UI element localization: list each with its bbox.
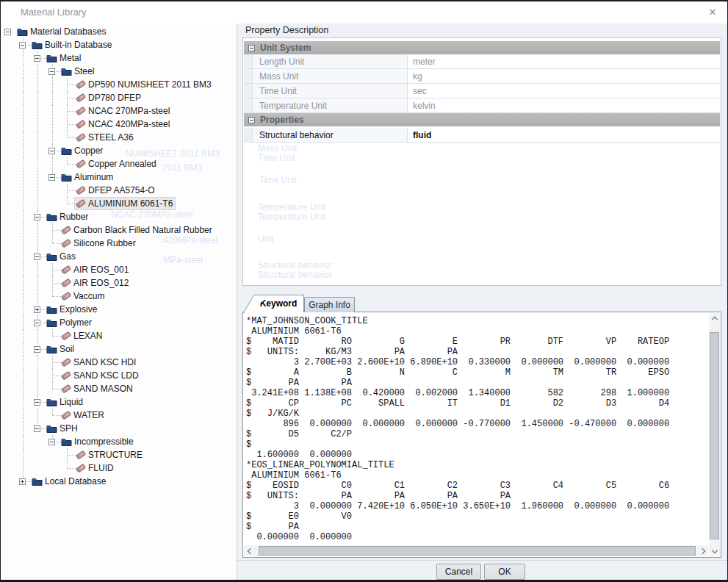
collapse-minus-icon[interactable] [48,439,55,445]
tree-node[interactable]: ALUMINIUM 6061-T6 [74,197,176,210]
tree-item-sand-ksc-ldd[interactable]: SAND KSC LDD [1,369,237,382]
tree-item-lexan[interactable]: LEXAN [1,329,237,342]
tree-node[interactable]: Explosive [45,303,100,316]
tree-item-structure[interactable]: STRUCTURE [1,448,237,461]
tree-item-polymer[interactable]: Polymer [1,316,237,329]
tree-item-rubber[interactable]: Rubber [1,210,237,223]
property-value[interactable]: meter [408,54,720,69]
tree-item-silicone-rubber[interactable]: Silicone Rubber [1,237,237,250]
expand-plus-icon[interactable] [19,478,26,485]
horizontal-scrollbar[interactable] [244,545,708,556]
tree-node[interactable]: AIR EOS_012 [60,276,131,290]
cancel-button[interactable]: Cancel [436,564,481,580]
property-row-structural-behavior[interactable]: Structural behaviorfluid [244,128,720,143]
property-value[interactable]: sec [408,84,720,98]
material-tree[interactable]: Material DatabasesBuilt-in DatabaseMetal… [1,24,237,580]
tree-node[interactable]: SPH [45,422,81,435]
tree-item-explosive[interactable]: Explosive [1,303,237,316]
tree-item-sand-mason[interactable]: SAND MASON [1,382,237,395]
property-row-time-unit[interactable]: Time Unitsec [244,84,720,98]
tree-node[interactable]: Metal [45,51,84,65]
property-row-mass-unit[interactable]: Mass Unitkg [244,69,720,84]
tree-node[interactable]: Silicone Rubber [60,237,139,250]
tree-item-ncac-420mpa-steel[interactable]: NCAC 420MPa-steel [1,118,237,131]
tree-node[interactable]: Polymer [45,316,95,329]
property-row-temperature-unit[interactable]: Temperature Unitkelvin [244,98,720,113]
tree-node[interactable]: STRUCTURE [74,448,145,461]
vertical-scroll-thumb[interactable] [710,332,719,539]
tree-item-carbon-black-filled-natural-rubber[interactable]: Carbon Black Filled Natural Rubber [1,223,237,237]
property-value[interactable]: kg [408,69,720,84]
tree-node[interactable]: SAND KSC HDI [60,356,139,369]
horizontal-scroll-thumb[interactable] [259,546,696,556]
tree-item-aluminium-6061-t6[interactable]: ALUMINIUM 6061-T6 [1,197,237,210]
tree-item-vaccum[interactable]: Vaccum [1,290,237,303]
tree-node[interactable]: Carbon Black Filled Natural Rubber [60,223,215,237]
tree-node[interactable]: Material Databases [15,25,109,38]
collapse-minus-icon[interactable] [4,29,11,35]
tree-node[interactable]: Liquid [45,395,86,409]
tree-node[interactable]: WATER [60,409,107,422]
collapse-minus-icon[interactable] [34,254,40,260]
collapse-minus-icon[interactable] [48,174,55,181]
tree-node[interactable]: DP590 NUMISHEET 2011 BM3 [74,78,215,91]
scroll-left-icon[interactable] [244,545,255,556]
tree-node[interactable]: Soil [45,342,77,356]
tree-item-fluid[interactable]: FLUID [1,461,237,475]
tree-node[interactable]: Vaccum [60,290,107,303]
tree-item-air-eos-001[interactable]: AIR EOS_001 [1,263,237,276]
collapse-minus-icon[interactable] [48,68,55,75]
tree-node[interactable]: SAND MASON [60,382,136,395]
collapse-minus-icon[interactable] [34,425,40,432]
tree-item-aluminum[interactable]: Aluminum [1,170,237,184]
tree-node[interactable]: FLUID [74,461,117,475]
tree-item-incompressible[interactable]: Incompressible [1,435,237,448]
scroll-down-icon[interactable] [709,545,720,556]
tree-item-soil[interactable]: Soil [1,342,237,356]
tab-keyword[interactable]: Keyword [253,295,304,312]
expand-plus-icon[interactable] [34,306,40,313]
tree-node[interactable]: NCAC 270MPa-steel [74,104,173,118]
collapse-minus-icon[interactable] [248,117,255,123]
tree-item-ncac-270mpa-steel[interactable]: NCAC 270MPa-steel [1,104,237,118]
tree-item-built-in-database[interactable]: Built-in Database [1,38,237,51]
collapse-minus-icon[interactable] [34,55,40,62]
tree-node[interactable]: Steel [60,65,97,78]
tree-item-copper[interactable]: Copper [1,144,237,157]
tree-node[interactable]: DFEP AA5754-O [74,184,158,197]
tree-node[interactable]: STEEL A36 [74,131,137,144]
tree-item-sand-ksc-hdi[interactable]: SAND KSC HDI [1,356,237,369]
tree-node[interactable]: NCAC 420MPa-steel [74,118,173,131]
tree-node[interactable]: Local Database [30,475,109,488]
collapse-minus-icon[interactable] [19,42,26,48]
tree-item-gas[interactable]: Gas [1,250,237,263]
tree-node[interactable]: Incompressible [60,435,137,448]
tree-item-copper-annealed[interactable]: Copper Annealed [1,157,237,170]
property-row-length-unit[interactable]: Length Unitmeter [244,54,720,69]
vertical-scrollbar[interactable] [709,313,720,556]
tree-item-sph[interactable]: SPH [1,422,237,435]
tree-item-material-databases[interactable]: Material Databases [1,25,237,38]
collapse-minus-icon[interactable] [34,399,40,406]
tree-item-steel-a36[interactable]: STEEL A36 [1,131,237,144]
tree-item-dp590-numisheet-2011-bm3[interactable]: DP590 NUMISHEET 2011 BM3 [1,78,237,91]
collapse-minus-icon[interactable] [248,45,255,51]
tree-item-dfep-aa5754-o[interactable]: DFEP AA5754-O [1,184,237,197]
tab-graph-info[interactable]: Graph Info [304,297,355,312]
tree-item-air-eos-012[interactable]: AIR EOS_012 [1,276,237,290]
close-icon[interactable]: × [704,4,721,21]
tree-item-metal[interactable]: Metal [1,51,237,65]
tree-item-local-database[interactable]: Local Database [1,475,237,488]
tree-node[interactable]: Aluminum [60,170,116,184]
property-value[interactable]: fluid [408,128,720,143]
tree-item-dp780-dfep[interactable]: DP780 DFEP [1,91,237,104]
tree-node[interactable]: DP780 DFEP [74,91,144,104]
tree-node[interactable]: LEXAN [60,329,105,342]
tree-node[interactable]: AIR EOS_001 [60,263,131,276]
collapse-minus-icon[interactable] [34,214,40,220]
property-value[interactable]: kelvin [408,98,720,113]
tree-item-liquid[interactable]: Liquid [1,395,237,409]
tree-node[interactable]: SAND KSC LDD [60,369,142,382]
keyword-text[interactable]: *MAT_JOHNSON_COOK_TITLE ALUMINIUM 6061-T… [246,316,704,542]
tree-node[interactable]: Copper Annealed [74,157,159,170]
